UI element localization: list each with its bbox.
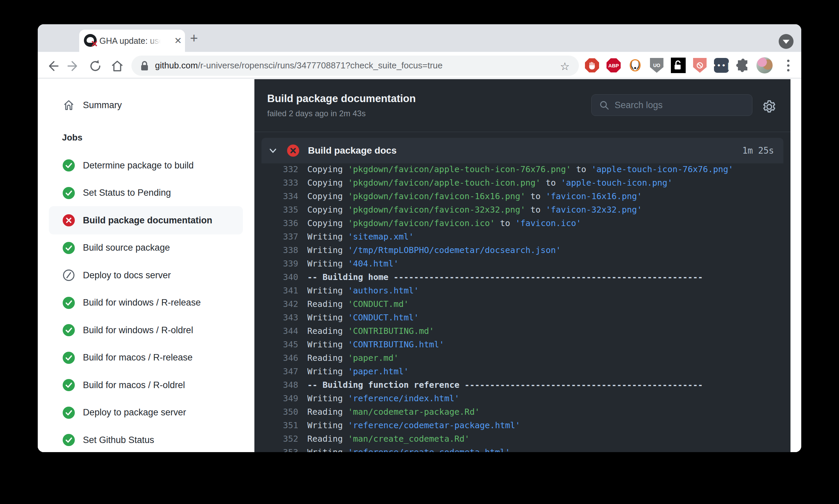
line-number: 338 <box>254 244 298 257</box>
search-placeholder: Search logs <box>614 100 663 110</box>
log-line-344[interactable]: 344Reading 'CONTRIBUTING.md' <box>254 324 790 338</box>
search-logs-input[interactable]: Search logs <box>591 94 752 116</box>
log-lines: 332Copying 'pkgdown/favicon/apple-touch-… <box>254 163 790 452</box>
sidebar-job-set-status-to-pending[interactable]: Set Status to Pending <box>38 179 254 207</box>
log-line-340[interactable]: 340-- Building home --------------------… <box>254 271 790 284</box>
home-icon[interactable] <box>110 59 125 73</box>
success-status-icon <box>62 352 75 364</box>
job-label: Deploy to docs server <box>83 270 171 281</box>
log-line-336[interactable]: 336Copying 'pkgdown/favicon/favicon.ico'… <box>254 217 790 230</box>
chevron-down-icon[interactable] <box>268 145 278 156</box>
reload-icon[interactable] <box>88 59 103 73</box>
job-label: Build for windows / R-release <box>83 298 201 308</box>
bookmark-star-icon[interactable]: ☆ <box>560 60 570 73</box>
tab-close-icon[interactable]: ✕ <box>174 35 182 46</box>
unlock-extension-icon[interactable] <box>670 57 686 73</box>
line-number: 353 <box>254 446 298 452</box>
log-line-332[interactable]: 332Copying 'pkgdown/favicon/apple-touch-… <box>254 163 790 176</box>
ublock-origin-extension-icon[interactable]: UO <box>649 57 665 73</box>
line-number: 348 <box>254 378 298 392</box>
active-tab[interactable]: ✕ GHA update: use regular docs ✕ <box>79 30 185 52</box>
line-number: 349 <box>254 392 298 405</box>
sidebar-job-build-for-macos-r-release[interactable]: Build for macos / R-release <box>38 344 254 372</box>
log-line-347[interactable]: 347Writing 'paper.html' <box>254 365 790 378</box>
line-text: Reading 'CONDUCT.md' <box>307 298 409 311</box>
log-group-header[interactable]: Build package docs 1m 25s <box>262 138 783 163</box>
back-icon[interactable] <box>45 59 60 73</box>
log-line-351[interactable]: 351Writing 'reference/codemetar-package.… <box>254 419 790 432</box>
line-text: Copying 'pkgdown/favicon/apple-touch-ico… <box>307 176 673 190</box>
log-line-352[interactable]: 352Reading 'man/create_codemeta.Rd' <box>254 432 790 446</box>
success-status-icon <box>62 407 75 419</box>
sidebar-job-build-for-windows-r-release[interactable]: Build for windows / R-release <box>38 289 254 317</box>
sidebar-item-summary[interactable]: Summary <box>38 91 254 119</box>
line-number: 340 <box>254 271 298 284</box>
success-status-icon <box>62 242 75 254</box>
sidebar-job-build-for-macos-r-oldrel[interactable]: Build for macos / R-oldrel <box>38 371 254 399</box>
line-text: Reading 'man/create_codemeta.Rd' <box>307 432 470 446</box>
job-label: Set Github Status <box>83 435 154 445</box>
line-text: Writing 'CONTRIBUTING.html' <box>307 338 444 352</box>
log-line-341[interactable]: 341Writing 'authors.html' <box>254 284 790 298</box>
browser-menu-icon[interactable] <box>780 57 796 73</box>
sidebar-job-build-package-documentation[interactable]: Build package documentation <box>49 206 243 234</box>
log-line-333[interactable]: 333Copying 'pkgdown/favicon/apple-touch-… <box>254 176 790 190</box>
block-shield-extension-icon[interactable] <box>692 57 708 73</box>
log-line-348[interactable]: 348-- Building function reference ------… <box>254 378 790 392</box>
log-line-335[interactable]: 335Copying 'pkgdown/favicon/favicon-32x3… <box>254 203 790 217</box>
log-line-350[interactable]: 350Reading 'man/codemetar-package.Rd' <box>254 405 790 419</box>
sidebar-job-set-github-status[interactable]: Set Github Status <box>38 426 254 452</box>
adblock-extension-icon[interactable] <box>584 57 600 73</box>
password-manager-extension-icon[interactable]: •••| <box>713 57 730 73</box>
line-text: Writing 'paper.html' <box>307 365 409 378</box>
extensions-puzzle-icon[interactable] <box>735 57 751 73</box>
sidebar-item-label: Summary <box>83 100 122 110</box>
address-bar[interactable]: github.com/r-universe/ropensci/runs/3477… <box>131 56 579 76</box>
tab-search-chevron-icon[interactable] <box>779 34 793 49</box>
sidebar-job-determine-package-to-build[interactable]: Determine package to build <box>38 151 254 180</box>
log-line-343[interactable]: 343Writing 'CONDUCT.html' <box>254 311 790 324</box>
log-group-duration: 1m 25s <box>742 146 774 156</box>
job-label: Set Status to Pending <box>83 188 171 198</box>
log-line-353[interactable]: 353Writing 'reference/create_codemeta.ht… <box>254 446 790 452</box>
sidebar-job-deploy-to-package-server[interactable]: Deploy to package server <box>38 399 254 427</box>
failed-status-icon <box>62 214 75 227</box>
log-title: Build package documentation <box>267 93 416 105</box>
privacy-badger-extension-icon[interactable] <box>627 57 643 73</box>
log-line-349[interactable]: 349Writing 'reference/index.html' <box>254 392 790 405</box>
line-number: 347 <box>254 365 298 378</box>
line-number: 341 <box>254 284 298 298</box>
line-number: 343 <box>254 311 298 324</box>
line-text: -- Building home -----------------------… <box>307 271 703 284</box>
log-line-338[interactable]: 338Writing '/tmp/RtmpLOBPHO/codemetar/do… <box>254 244 790 257</box>
profile-avatar[interactable] <box>756 57 773 73</box>
job-label: Build for macos / R-release <box>83 353 193 363</box>
forward-icon[interactable] <box>66 59 81 73</box>
job-label: Build for macos / R-oldrel <box>83 380 185 391</box>
sidebar-job-deploy-to-docs-server[interactable]: Deploy to docs server <box>38 261 254 289</box>
line-number: 335 <box>254 203 298 217</box>
line-text: Writing '404.html' <box>307 257 398 271</box>
sidebar-job-build-source-package[interactable]: Build source package <box>38 234 254 262</box>
line-number: 345 <box>254 338 298 352</box>
log-line-337[interactable]: 337Writing 'sitemap.xml' <box>254 230 790 244</box>
log-line-334[interactable]: 334Copying 'pkgdown/favicon/favicon-16x1… <box>254 190 790 203</box>
log-line-345[interactable]: 345Writing 'CONTRIBUTING.html' <box>254 338 790 352</box>
log-line-346[interactable]: 346Reading 'paper.md' <box>254 352 790 365</box>
github-favicon-icon: ✕ <box>84 34 97 47</box>
sidebar-job-build-for-windows-r-oldrel[interactable]: Build for windows / R-oldrel <box>38 316 254 344</box>
abp-extension-icon[interactable]: ABP <box>606 57 622 73</box>
tab-title-fade <box>147 36 167 46</box>
success-status-icon <box>62 159 75 172</box>
gear-icon[interactable] <box>761 99 777 115</box>
line-number: 344 <box>254 324 298 338</box>
home-summary-icon <box>62 99 75 111</box>
line-text: Writing 'reference/create_codemeta.html' <box>307 446 510 452</box>
log-line-339[interactable]: 339Writing '404.html' <box>254 257 790 271</box>
line-number: 352 <box>254 432 298 446</box>
new-tab-button[interactable]: + <box>190 33 198 43</box>
line-number: 334 <box>254 190 298 203</box>
site-security-lock-icon[interactable] <box>140 61 149 71</box>
log-line-342[interactable]: 342Reading 'CONDUCT.md' <box>254 298 790 311</box>
jobs-sidebar: Summary Jobs Determine package to buildS… <box>38 79 254 452</box>
